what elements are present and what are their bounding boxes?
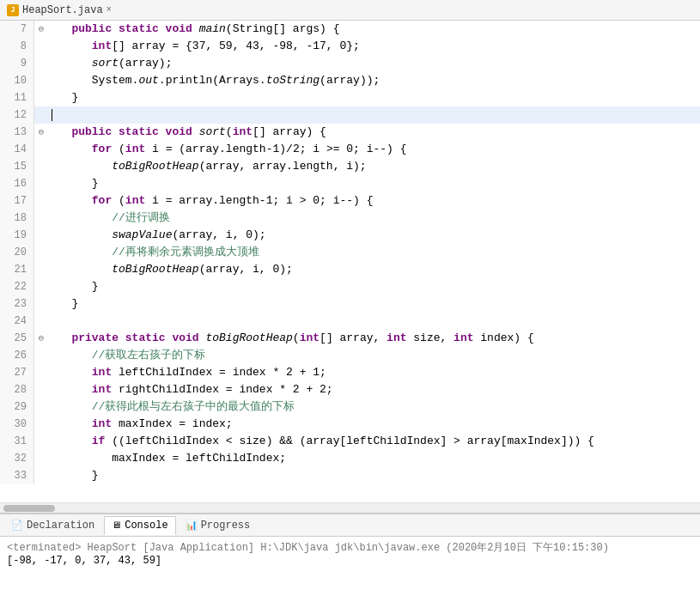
code-line: 31 if ((leftChildIndex < size) && (array… (0, 433, 700, 450)
code-container[interactable]: 7⊖ public static void main(String[] args… (0, 21, 700, 502)
code-line: 26 //获取左右孩子的下标 (0, 347, 700, 364)
code-line: 20 //再将剩余元素调换成大顶堆 (0, 244, 700, 261)
line-content: //获得此根与左右孩子中的最大值的下标 (48, 398, 700, 416)
code-line: 19 swapValue(array, i, 0); (0, 227, 700, 244)
line-content: for (int i = (array.length-1)/2; i >= 0;… (48, 141, 700, 158)
line-number: 19 (0, 227, 34, 244)
progress-tab-icon: 📊 (186, 520, 198, 531)
code-line: 18 //进行调换 (0, 210, 700, 227)
line-content: sort(array); (48, 55, 700, 72)
text-cursor (52, 109, 52, 121)
collapse-arrow[interactable]: ⊖ (34, 124, 48, 141)
code-line: 13⊖ public static void sort(int[] array)… (0, 124, 700, 141)
code-line: 11 } (0, 89, 700, 106)
line-number: 28 (0, 381, 34, 398)
line-content: //再将剩余元素调换成大顶堆 (48, 244, 700, 261)
code-editor[interactable]: 7⊖ public static void main(String[] args… (0, 21, 700, 514)
line-number: 14 (0, 141, 34, 158)
code-line: 8 int[] array = {37, 59, 43, -98, -17, 0… (0, 38, 700, 55)
line-content: } (48, 467, 700, 484)
line-number: 22 (0, 278, 34, 295)
line-number: 12 (0, 106, 34, 124)
line-content: int maxIndex = index; (48, 416, 700, 433)
collapse-arrow[interactable]: ⊖ (34, 330, 48, 347)
console-tab-label: Console (125, 520, 167, 532)
line-number: 32 (0, 450, 34, 467)
declaration-tab-icon: 📄 (11, 520, 23, 531)
title-bar: J HeapSort.java × (0, 0, 700, 21)
code-line: 9 sort(array); (0, 55, 700, 72)
line-content: maxIndex = leftChildIndex; (48, 450, 700, 467)
tab-declaration[interactable]: 📄Declaration (3, 516, 102, 535)
line-number: 20 (0, 244, 34, 261)
line-number: 17 (0, 192, 34, 210)
line-number: 26 (0, 347, 34, 364)
console-tab-icon: 🖥 (112, 520, 121, 531)
code-line: 27 int leftChildIndex = index * 2 + 1; (0, 364, 700, 381)
line-number: 11 (0, 89, 34, 106)
line-content: swapValue(array, i, 0); (48, 227, 700, 244)
editor-tab[interactable]: J HeapSort.java × (7, 4, 112, 16)
line-number: 23 (0, 295, 34, 313)
line-number: 10 (0, 72, 34, 89)
line-content: } (48, 295, 700, 313)
line-content (48, 106, 700, 124)
line-number: 9 (0, 55, 34, 72)
line-content: if ((leftChildIndex < size) && (array[le… (48, 433, 700, 450)
code-line: 15 toBigRootHeap(array, array.length, i)… (0, 158, 700, 175)
code-line: 7⊖ public static void main(String[] args… (0, 21, 700, 38)
output-line: [-98, -17, 0, 37, 43, 59] (7, 555, 693, 567)
close-tab-button[interactable]: × (107, 5, 112, 15)
code-line: 17 for (int i = array.length-1; i > 0; i… (0, 192, 700, 210)
terminated-line: <terminated> HeapSort [Java Application]… (7, 540, 693, 555)
code-line: 10 System.out.println(Arrays.toString(ar… (0, 72, 700, 89)
line-number: 16 (0, 175, 34, 192)
line-content: toBigRootHeap(array, array.length, i); (48, 158, 700, 175)
line-content: for (int i = array.length-1; i > 0; i--)… (48, 192, 700, 210)
bottom-panel: 📄Declaration🖥Console📊Progress <terminate… (0, 514, 700, 608)
java-file-icon: J (7, 4, 19, 16)
code-line: 14 for (int i = (array.length-1)/2; i >=… (0, 141, 700, 158)
code-line: 21 toBigRootHeap(array, i, 0); (0, 261, 700, 278)
code-line: 30 int maxIndex = index; (0, 416, 700, 433)
line-number: 31 (0, 433, 34, 450)
line-number: 7 (0, 21, 34, 38)
line-content: //获取左右孩子的下标 (48, 347, 700, 364)
progress-tab-label: Progress (201, 520, 251, 532)
line-content: int[] array = {37, 59, 43, -98, -17, 0}; (48, 38, 700, 55)
tab-console[interactable]: 🖥Console (104, 516, 175, 535)
code-line: 32 maxIndex = leftChildIndex; (0, 450, 700, 467)
line-content: private static void toBigRootHeap(int[] … (48, 330, 700, 347)
line-number: 18 (0, 210, 34, 227)
line-content: public static void main(String[] args) { (48, 21, 700, 38)
editor-tab-label: HeapSort.java (22, 4, 103, 16)
tab-progress[interactable]: 📊Progress (178, 516, 259, 535)
line-content: int rightChildIndex = index * 2 + 2; (48, 381, 700, 398)
line-content: public static void sort(int[] array) { (48, 124, 700, 141)
line-content: } (48, 175, 700, 192)
line-content: //进行调换 (48, 210, 700, 227)
line-number: 24 (0, 313, 34, 330)
line-number: 33 (0, 467, 34, 484)
code-line: 23 } (0, 295, 700, 313)
line-number: 8 (0, 38, 34, 55)
line-content: } (48, 89, 700, 106)
line-number: 29 (0, 398, 34, 416)
bottom-tab-bar: 📄Declaration🖥Console📊Progress (0, 514, 700, 537)
code-line: 22 } (0, 278, 700, 295)
line-number: 21 (0, 261, 34, 278)
collapse-arrow[interactable]: ⊖ (34, 21, 48, 38)
line-number: 15 (0, 158, 34, 175)
line-content: int leftChildIndex = index * 2 + 1; (48, 364, 700, 381)
code-line: 24 (0, 313, 700, 330)
code-line: 28 int rightChildIndex = index * 2 + 2; (0, 381, 700, 398)
declaration-tab-label: Declaration (27, 520, 94, 532)
code-line: 33 } (0, 467, 700, 484)
horizontal-scrollbar[interactable] (0, 502, 700, 513)
line-number: 27 (0, 364, 34, 381)
scrollbar-thumb[interactable] (3, 505, 55, 512)
line-number: 13 (0, 124, 34, 141)
line-number: 30 (0, 416, 34, 433)
line-content: System.out.println(Arrays.toString(array… (48, 72, 700, 89)
code-line: 12 (0, 106, 700, 124)
